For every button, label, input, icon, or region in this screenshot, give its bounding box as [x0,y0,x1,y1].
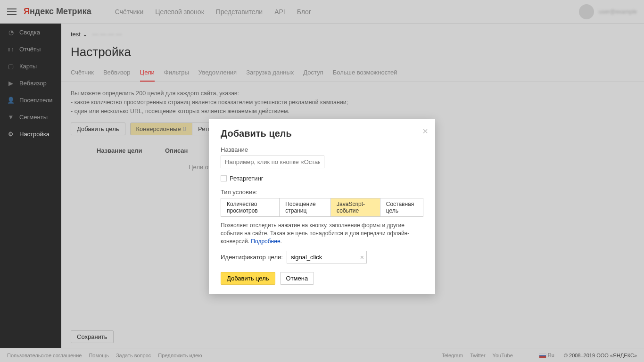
condition-tabs: Количество просмотров Посещение страниц … [221,198,423,217]
cond-js-event[interactable]: JavaScript-событие [331,198,380,217]
condition-label: Тип условия: [221,189,423,196]
modal-overlay[interactable]: × Добавить цель Название Ретаргетинг Тип… [0,0,644,362]
goal-name-input[interactable] [221,156,324,168]
condition-desc: Позволяет отследить нажатие на кнопку, з… [221,222,423,245]
goal-id-input[interactable] [287,251,367,263]
modal-title: Добавить цель [221,128,423,139]
cond-views[interactable]: Количество просмотров [221,198,280,217]
modal-submit-button[interactable]: Добавить цель [221,272,275,285]
cond-pages[interactable]: Посещение страниц [280,198,331,217]
name-label: Название [221,146,423,153]
close-icon[interactable]: × [422,126,428,137]
desc-more-link[interactable]: Подробнее [251,238,280,245]
checkbox-icon [221,175,227,181]
modal-cancel-button[interactable]: Отмена [280,272,314,285]
modal-actions: Добавить цель Отмена [221,272,423,285]
goal-id-label: Идентификатор цели: [221,254,283,261]
modal-name-section: Название [221,146,423,168]
add-goal-modal: × Добавить цель Название Ретаргетинг Тип… [209,119,435,294]
condition-section: Тип условия: Количество просмотров Посещ… [221,189,423,263]
goal-id-row: Идентификатор цели: × [221,251,423,263]
retargeting-checkbox[interactable]: Ретаргетинг [221,175,423,182]
clear-icon[interactable]: × [360,254,364,261]
cond-composite[interactable]: Составная цель [380,198,423,217]
